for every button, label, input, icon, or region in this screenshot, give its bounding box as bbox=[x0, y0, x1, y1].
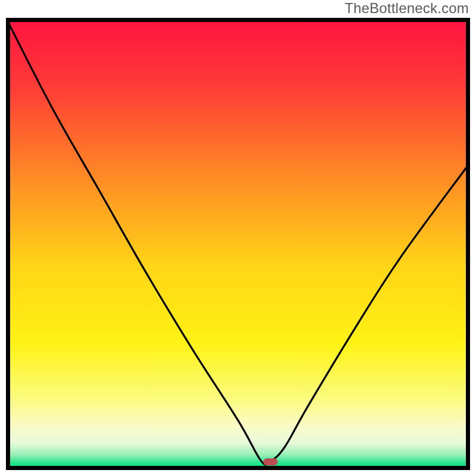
optimal-marker bbox=[264, 458, 278, 465]
attribution-text: TheBottleneck.com bbox=[345, 0, 469, 17]
plot-svg bbox=[6, 18, 470, 470]
gradient-rect bbox=[6, 18, 470, 470]
plot-area bbox=[6, 18, 470, 470]
chart-stage: TheBottleneck.com bbox=[0, 0, 476, 476]
